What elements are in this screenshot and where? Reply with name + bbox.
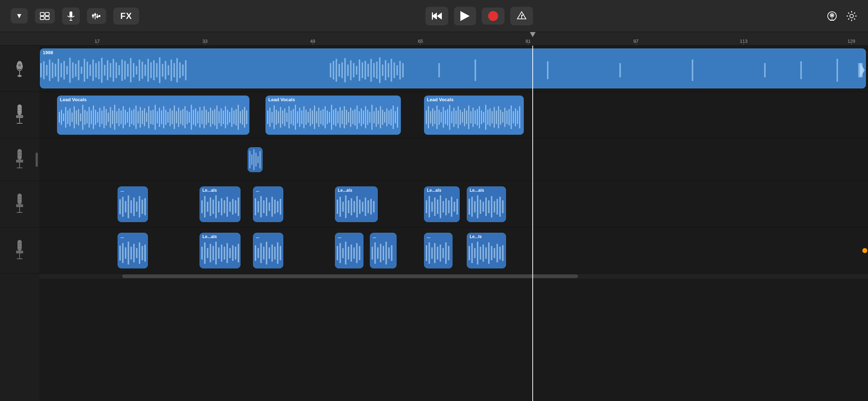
svg-rect-173 bbox=[116, 111, 117, 123]
svg-rect-117 bbox=[350, 60, 352, 80]
track-header-1[interactable] bbox=[0, 46, 39, 92]
track-type-button[interactable] bbox=[35, 9, 55, 24]
svg-rect-416 bbox=[491, 196, 492, 217]
svg-rect-255 bbox=[310, 108, 311, 126]
track-header-5[interactable] bbox=[0, 227, 39, 274]
svg-rect-287 bbox=[378, 110, 379, 124]
svg-point-13 bbox=[96, 16, 98, 18]
svg-rect-402 bbox=[443, 201, 444, 212]
svg-rect-435 bbox=[212, 246, 214, 260]
metronome-button[interactable] bbox=[510, 7, 533, 25]
clip-t4-4[interactable]: Le...als bbox=[335, 186, 378, 222]
svg-rect-86 bbox=[118, 65, 120, 75]
svg-rect-256 bbox=[312, 110, 313, 124]
svg-rect-392 bbox=[365, 197, 366, 216]
svg-rect-424 bbox=[128, 242, 129, 264]
svg-rect-33 bbox=[16, 115, 23, 118]
track-row-2: Lead Vocals bbox=[39, 92, 868, 138]
eq-button[interactable] bbox=[87, 8, 106, 24]
svg-rect-340 bbox=[517, 110, 518, 124]
svg-rect-125 bbox=[373, 63, 375, 77]
clip-t4-6[interactable]: Le...als bbox=[467, 186, 506, 222]
clip-t5-6[interactable]: ... bbox=[424, 233, 453, 268]
scroll-thumb bbox=[36, 153, 38, 167]
svg-rect-94 bbox=[141, 62, 143, 79]
dropdown-button[interactable]: ▼ bbox=[11, 8, 28, 24]
svg-rect-427 bbox=[136, 248, 138, 258]
svg-rect-248 bbox=[295, 105, 296, 130]
svg-rect-40 bbox=[16, 160, 23, 163]
clip-t5-2[interactable]: Le...als bbox=[200, 233, 241, 268]
track-header-3[interactable] bbox=[0, 138, 39, 181]
svg-rect-179 bbox=[129, 108, 130, 127]
svg-rect-359 bbox=[204, 196, 206, 217]
svg-rect-428 bbox=[139, 242, 140, 264]
svg-marker-18 bbox=[460, 11, 470, 21]
svg-rect-157 bbox=[82, 105, 83, 130]
clip-t5-5[interactable]: ... bbox=[370, 233, 397, 268]
svg-rect-247 bbox=[293, 109, 294, 125]
svg-rect-463 bbox=[359, 246, 360, 260]
clip-lead-vocals-2[interactable]: Lead Vocals bbox=[265, 96, 401, 135]
svg-rect-277 bbox=[357, 106, 358, 129]
svg-rect-246 bbox=[291, 110, 292, 124]
svg-rect-199 bbox=[172, 110, 173, 124]
fx-button[interactable]: FX bbox=[113, 7, 139, 25]
svg-rect-284 bbox=[371, 105, 372, 130]
svg-rect-423 bbox=[125, 247, 126, 259]
svg-rect-149 bbox=[65, 107, 66, 128]
svg-rect-433 bbox=[207, 248, 208, 258]
track-headers bbox=[0, 32, 39, 401]
h-scrollbar-thumb[interactable] bbox=[122, 274, 578, 278]
track-header-2[interactable] bbox=[0, 92, 39, 138]
clip-t5-3[interactable]: ... bbox=[253, 233, 283, 268]
svg-rect-338 bbox=[513, 111, 514, 123]
svg-rect-249 bbox=[297, 111, 298, 123]
clip-t5-7[interactable]: Le...ls bbox=[467, 233, 506, 268]
svg-rect-206 bbox=[187, 110, 188, 124]
svg-rect-297 bbox=[426, 110, 427, 124]
settings-button[interactable] bbox=[846, 10, 857, 22]
svg-rect-185 bbox=[142, 110, 143, 124]
svg-rect-489 bbox=[491, 246, 492, 260]
record-button[interactable] bbox=[482, 7, 505, 25]
svg-rect-357 bbox=[144, 198, 146, 215]
clip-t4-1[interactable]: ... bbox=[118, 186, 148, 222]
svg-rect-341 bbox=[519, 106, 520, 128]
svg-rect-220 bbox=[216, 106, 217, 129]
clip-t4-2-label: Le...als bbox=[200, 187, 240, 194]
clip-t5-1[interactable]: ... bbox=[118, 233, 148, 268]
svg-rect-298 bbox=[428, 106, 429, 128]
clip-t4-2[interactable]: Le...als bbox=[200, 186, 241, 222]
rewind-button[interactable] bbox=[425, 7, 448, 25]
monitor-button[interactable] bbox=[827, 11, 837, 21]
clip-t5-4[interactable]: ... bbox=[335, 233, 363, 268]
svg-rect-190 bbox=[153, 110, 154, 125]
clip-t4-5[interactable]: Le...als bbox=[424, 186, 460, 222]
svg-rect-252 bbox=[303, 106, 304, 128]
svg-rect-260 bbox=[320, 110, 321, 124]
svg-rect-209 bbox=[193, 110, 194, 125]
svg-rect-412 bbox=[480, 200, 481, 214]
mic-button[interactable] bbox=[62, 7, 80, 25]
h-scrollbar[interactable] bbox=[39, 274, 868, 279]
track-row-3 bbox=[39, 138, 868, 181]
svg-rect-266 bbox=[333, 110, 334, 125]
clip-lead-vocals-3[interactable]: Lead Vocals bbox=[424, 96, 524, 135]
svg-rect-475 bbox=[434, 243, 435, 263]
svg-rect-99 bbox=[156, 63, 157, 77]
clip-1998[interactable]: 1998 // We'll do this in SVG rects simul… bbox=[40, 48, 866, 88]
clip-lead-vocals-1[interactable]: Lead Vocals bbox=[57, 96, 249, 135]
clip-small-1[interactable] bbox=[248, 147, 263, 172]
play-button[interactable] bbox=[454, 7, 476, 25]
svg-rect-17 bbox=[432, 12, 433, 20]
svg-rect-147 bbox=[61, 110, 62, 125]
svg-rect-108 bbox=[182, 65, 184, 76]
svg-rect-363 bbox=[215, 195, 217, 218]
svg-rect-230 bbox=[238, 105, 239, 130]
clip-t4-3[interactable]: ... bbox=[253, 186, 283, 222]
svg-rect-466 bbox=[377, 247, 378, 259]
svg-rect-59 bbox=[40, 63, 42, 77]
svg-rect-62 bbox=[49, 60, 50, 81]
track-header-4[interactable] bbox=[0, 181, 39, 227]
